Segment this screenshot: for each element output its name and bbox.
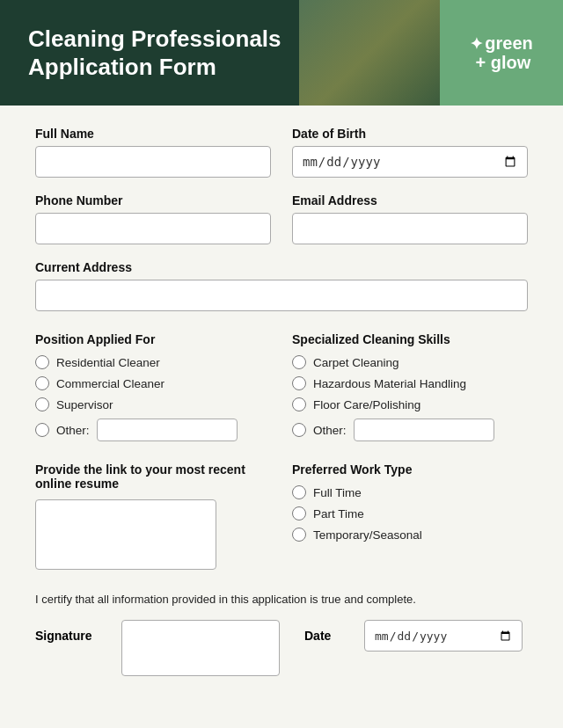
- col-resume: Provide the link to your most recent onl…: [35, 457, 271, 573]
- date-input[interactable]: [364, 620, 523, 652]
- worktype-radio-group: Full Time Part Time Temporary/Seasonal: [292, 485, 528, 542]
- radio-supervisor-label: Supervisor: [56, 398, 113, 411]
- certify-text: I certify that all information provided …: [35, 593, 528, 606]
- radio-hazardous[interactable]: Hazardous Material Handling: [292, 376, 528, 390]
- form-body: Full Name Date of Birth Phone Number Ema…: [0, 106, 563, 704]
- title-line2: Application Form: [28, 54, 216, 80]
- position-title: Position Applied For: [35, 332, 271, 346]
- radio-residential-input[interactable]: [35, 355, 49, 369]
- radio-hazardous-label: Hazardous Material Handling: [313, 377, 466, 390]
- address-input[interactable]: [35, 280, 528, 311]
- radio-floor-input[interactable]: [292, 397, 306, 411]
- radio-fulltime[interactable]: Full Time: [292, 485, 528, 499]
- group-email: Email Address: [292, 193, 528, 244]
- radio-floor-label: Floor Care/Polishing: [313, 398, 420, 411]
- logo-box: ✦green + glow: [440, 0, 563, 106]
- email-label: Email Address: [292, 193, 528, 207]
- phone-input[interactable]: [35, 213, 271, 244]
- dob-label: Date of Birth: [292, 127, 528, 141]
- row-resume-worktype: Provide the link to your most recent onl…: [35, 457, 528, 573]
- group-full-name: Full Name: [35, 127, 271, 178]
- full-name-label: Full Name: [35, 127, 271, 141]
- logo-line1: green: [485, 33, 532, 53]
- group-address: Current Address: [35, 260, 528, 311]
- radio-carpet-label: Carpet Cleaning: [313, 356, 399, 369]
- logo-star-icon: ✦: [470, 36, 483, 54]
- radio-fulltime-input[interactable]: [292, 485, 306, 499]
- header-image: [299, 0, 440, 106]
- radio-temporary[interactable]: Temporary/Seasonal: [292, 528, 528, 542]
- page: Cleaning Professionals Application Form …: [0, 0, 563, 728]
- radio-skills-other[interactable]: Other:: [292, 419, 528, 441]
- col-worktype: Preferred Work Type Full Time Part Time …: [292, 457, 528, 573]
- group-dob: Date of Birth: [292, 127, 528, 178]
- radio-position-other[interactable]: Other:: [35, 419, 271, 441]
- radio-position-other-input[interactable]: [35, 423, 49, 437]
- resume-label: Provide the link to your most recent onl…: [35, 462, 271, 491]
- radio-skills-other-label: Other:: [313, 424, 347, 437]
- radio-residential-label: Residential Cleaner: [56, 356, 160, 369]
- dob-input[interactable]: [292, 146, 528, 178]
- radio-carpet[interactable]: Carpet Cleaning: [292, 355, 528, 369]
- email-input[interactable]: [292, 213, 528, 244]
- group-phone: Phone Number: [35, 193, 271, 244]
- address-label: Current Address: [35, 260, 528, 274]
- col-position: Position Applied For Residential Cleaner…: [35, 327, 271, 441]
- radio-position-other-label: Other:: [56, 424, 90, 437]
- resume-textarea[interactable]: [35, 499, 216, 570]
- skills-title: Specialized Cleaning Skills: [292, 332, 528, 346]
- position-radio-group: Residential Cleaner Commercial Cleaner S…: [35, 355, 271, 441]
- row-position-skills: Position Applied For Residential Cleaner…: [35, 327, 528, 441]
- radio-floor[interactable]: Floor Care/Polishing: [292, 397, 528, 411]
- radio-commercial[interactable]: Commercial Cleaner: [35, 376, 271, 390]
- radio-fulltime-label: Full Time: [313, 486, 362, 499]
- radio-supervisor[interactable]: Supervisor: [35, 397, 271, 411]
- radio-hazardous-input[interactable]: [292, 376, 306, 390]
- radio-carpet-input[interactable]: [292, 355, 306, 369]
- signature-row: Signature Date: [35, 620, 528, 676]
- row-phone-email: Phone Number Email Address: [35, 193, 528, 244]
- radio-residential[interactable]: Residential Cleaner: [35, 355, 271, 369]
- radio-commercial-input[interactable]: [35, 376, 49, 390]
- position-other-text[interactable]: [97, 419, 238, 441]
- radio-parttime-label: Part Time: [313, 507, 364, 521]
- col-skills: Specialized Cleaning Skills Carpet Clean…: [292, 327, 528, 441]
- row-address: Current Address: [35, 260, 528, 311]
- radio-temporary-label: Temporary/Seasonal: [313, 528, 422, 542]
- logo-text: ✦green + glow: [470, 33, 532, 73]
- radio-supervisor-input[interactable]: [35, 397, 49, 411]
- title-line1: Cleaning Professionals: [28, 25, 282, 52]
- worktype-title: Preferred Work Type: [292, 462, 528, 477]
- signature-box[interactable]: [121, 620, 280, 676]
- radio-parttime-input[interactable]: [292, 506, 306, 521]
- header-title: Cleaning Professionals Application Form: [28, 25, 282, 82]
- row-name-dob: Full Name Date of Birth: [35, 127, 528, 178]
- resume-label-text: Provide the link to your most recent onl…: [35, 462, 245, 491]
- header: Cleaning Professionals Application Form …: [0, 0, 563, 106]
- full-name-input[interactable]: [35, 146, 271, 178]
- skills-radio-group: Carpet Cleaning Hazardous Material Handl…: [292, 355, 528, 441]
- date-label: Date: [304, 620, 340, 643]
- skills-other-text[interactable]: [354, 419, 494, 441]
- radio-skills-other-input[interactable]: [292, 423, 306, 437]
- phone-label: Phone Number: [35, 193, 271, 207]
- signature-label: Signature: [35, 620, 97, 643]
- logo-line2: glow: [491, 53, 531, 72]
- radio-parttime[interactable]: Part Time: [292, 506, 528, 521]
- radio-commercial-label: Commercial Cleaner: [56, 377, 165, 390]
- logo-line2-spacer: +: [476, 53, 491, 72]
- radio-temporary-input[interactable]: [292, 528, 306, 542]
